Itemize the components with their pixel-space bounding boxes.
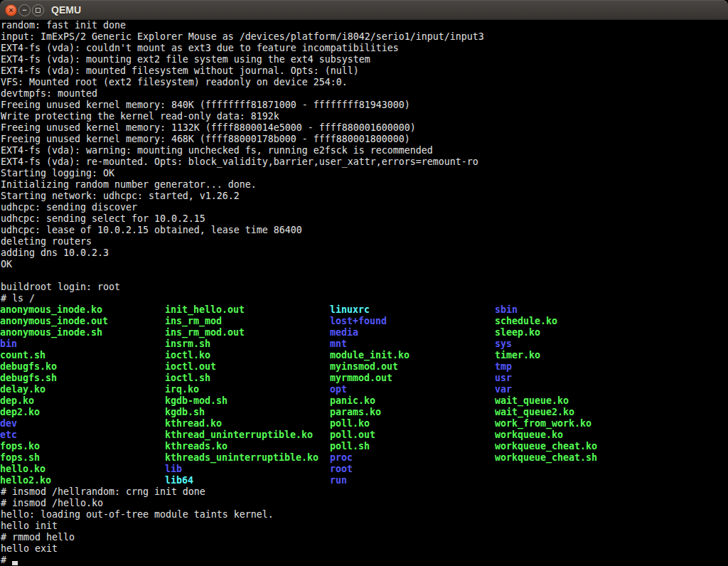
ls-entry: ioctl.out — [165, 361, 216, 373]
ls-entry: panic.ko — [330, 395, 375, 407]
ls-entry: hello.ko — [0, 464, 46, 475]
ls-row: delay.koirq.kooptvar — [0, 384, 728, 395]
terminal-line: # insmod /hellrandom: crng init done — [0, 486, 728, 498]
text-cursor — [12, 561, 18, 565]
ls-row: anonymous_inode.outins_rm_modlost+founds… — [0, 316, 728, 327]
terminal-line: # rmmod hello — [0, 532, 728, 543]
ls-entry: proc — [330, 452, 353, 464]
ls-entry: dep2.ko — [0, 407, 40, 418]
terminal-line: EXT4-fs (vda): warning: mounting uncheck… — [0, 145, 728, 156]
close-button[interactable]: × — [5, 4, 17, 16]
ls-entry: poll.ko — [330, 418, 370, 429]
terminal-line: VFS: Mounted root (ext2 filesystem) read… — [0, 77, 728, 88]
ls-entry: init_hello.out — [165, 304, 245, 316]
terminal-line: hello: loading out-of-tree module taints… — [0, 509, 728, 520]
terminal-line: Freeing unused kernel memory: 468K (ffff… — [0, 134, 728, 145]
terminal-line: devtmpfs: mounted — [0, 88, 728, 100]
terminal-screen[interactable]: random: fast init doneinput: ImExPS/2 Ge… — [0, 20, 728, 566]
ls-row: etckthread_uninterruptible.kopoll.outwor… — [0, 429, 728, 441]
terminal-line: udhcpc: sending select for 10.0.2.15 — [0, 213, 728, 225]
ls-entry: work_from_work.ko — [495, 418, 592, 429]
window-title: QEMU — [51, 4, 81, 16]
maximize-icon — [36, 8, 41, 13]
terminal-line — [0, 270, 728, 282]
ls-entry: workqueue_cheat.ko — [495, 441, 597, 452]
ls-entry: etc — [0, 429, 17, 441]
ls-entry: mnt — [330, 338, 347, 350]
ls-row: devkthread.kopoll.kowork_from_work.ko — [0, 418, 728, 429]
ls-entry: media — [330, 327, 358, 338]
ls-entry: wait_queue.ko — [495, 395, 569, 407]
terminal-line: Starting network: udhcpc: started, v1.26… — [0, 191, 728, 202]
ls-row: count.shioctl.komodule_init.kotimer.ko — [0, 350, 728, 361]
ls-entry: workqueue_cheat.sh — [495, 452, 597, 464]
ls-row: fops.shkthreads_uninterruptible.koprocwo… — [0, 452, 728, 464]
terminal-line: # ls / — [0, 293, 728, 304]
ls-row: fops.kokthreads.kopoll.shworkqueue_cheat… — [0, 441, 728, 452]
ls-entry: lib64 — [165, 475, 193, 486]
ls-entry: debugfs.sh — [0, 373, 57, 384]
terminal-line: Write protecting the kernel read-only da… — [0, 111, 728, 122]
terminal-line: EXT4-fs (vda): re-mounted. Opts: block_v… — [0, 156, 728, 168]
ls-entry: module_init.ko — [330, 350, 410, 361]
terminal-line: EXT4-fs (vda): mounting ext2 file system… — [0, 54, 728, 65]
ls-entry: bin — [0, 338, 17, 350]
minimize-icon: − — [22, 6, 26, 14]
ls-row: bininsrm.shmntsys — [0, 338, 728, 350]
ls-entry: kgdb.sh — [165, 407, 205, 418]
ls-entry: ins_rm_mod.out — [165, 327, 245, 338]
ls-row: hello.kolibroot — [0, 464, 728, 475]
terminal-line: Freeing unused kernel memory: 840K (ffff… — [0, 100, 728, 111]
terminal-line: Freeing unused kernel memory: 1132K (fff… — [0, 122, 728, 134]
prompt-line: # — [0, 555, 728, 566]
ls-entry: usr — [495, 373, 512, 384]
ls-entry: anonymous_inode.out — [0, 316, 108, 327]
ls-entry: myrmmod.out — [330, 373, 392, 384]
ls-entry: irq.ko — [165, 384, 199, 395]
ls-entry: linuxrc — [330, 304, 370, 316]
ls-row: hello2.kolib64run — [0, 475, 728, 486]
ls-row: anonymous_inode.koinit_hello.outlinuxrcs… — [0, 304, 728, 316]
ls-entry: schedule.ko — [495, 316, 557, 327]
terminal-line: # insmod /hello.ko — [0, 498, 728, 509]
ls-entry: myinsmod.out — [330, 361, 398, 373]
ls-entry: fops.ko — [0, 441, 40, 452]
ls-entry: fops.sh — [0, 452, 40, 464]
ls-entry: hello2.ko — [0, 475, 51, 486]
ls-entry: kthreads_uninterruptible.ko — [165, 452, 318, 464]
terminal-line: Initializing random number generator... … — [0, 179, 728, 191]
ls-entry: dep.ko — [0, 395, 34, 407]
ls-entry: wait_queue2.ko — [495, 407, 574, 418]
ls-entry: kgdb-mod.sh — [165, 395, 228, 407]
ls-row: dep.kokgdb-mod.shpanic.kowait_queue.ko — [0, 395, 728, 407]
close-icon: × — [9, 6, 13, 14]
ls-entry: kthreads.ko — [165, 441, 228, 452]
ls-row: dep2.kokgdb.shparams.kowait_queue2.ko — [0, 407, 728, 418]
ls-entry: poll.sh — [330, 441, 370, 452]
ls-entry: kthread.ko — [165, 418, 222, 429]
terminal-line: adding dns 10.0.2.3 — [0, 247, 728, 259]
ls-entry: tmp — [495, 361, 512, 373]
ls-row: anonymous_inode.shins_rm_mod.outmediasle… — [0, 327, 728, 338]
terminal-line: EXT4-fs (vda): couldn't mount as ext3 du… — [0, 43, 728, 54]
ls-entry: opt — [330, 384, 347, 395]
ls-entry: delay.ko — [0, 384, 46, 395]
ls-entry: poll.out — [330, 429, 375, 441]
maximize-button[interactable] — [32, 4, 44, 16]
ls-entry: ioctl.sh — [165, 373, 210, 384]
minimize-button[interactable]: − — [18, 4, 31, 16]
ls-entry: insrm.sh — [165, 338, 210, 350]
ls-entry: root — [330, 464, 353, 475]
ls-entry: dev — [0, 418, 17, 429]
ls-entry: anonymous_inode.sh — [0, 327, 102, 338]
ls-entry: run — [330, 475, 347, 486]
terminal-line: input: ImExPS/2 Generic Explorer Mouse a… — [0, 31, 728, 43]
titlebar[interactable]: × − QEMU — [0, 0, 728, 20]
terminal-line: hello exit — [0, 543, 728, 555]
terminal-line: EXT4-fs (vda): mounted filesystem withou… — [0, 65, 728, 77]
ls-entry: sbin — [495, 304, 518, 316]
terminal-line: udhcpc: sending discover — [0, 202, 728, 213]
terminal-line: OK — [0, 259, 728, 270]
ls-entry: debugfs.ko — [0, 361, 57, 373]
terminal-line: buildroot login: root — [0, 282, 728, 293]
